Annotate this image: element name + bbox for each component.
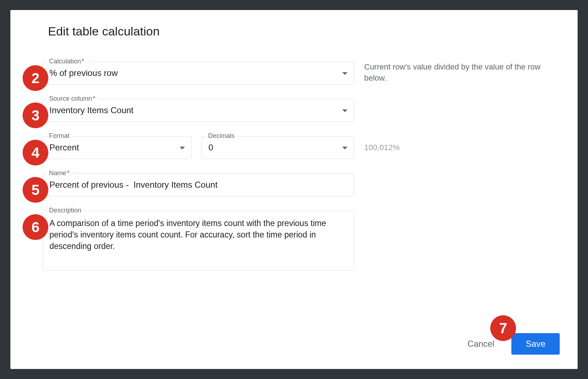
decimals-value: 0 [208, 143, 213, 153]
annotation-badge-6: 6 [23, 214, 48, 240]
name-input[interactable] [43, 173, 354, 196]
annotation-badge-4: 4 [23, 140, 48, 165]
annotation-badge-3: 3 [23, 102, 48, 128]
name-label-text: Name [49, 169, 66, 177]
chevron-down-icon [342, 143, 348, 153]
format-preview: 100,012% [364, 143, 400, 152]
calculation-select[interactable]: % of previous row [43, 62, 354, 85]
annotation-badge-7: 7 [490, 315, 516, 341]
dialog-title: Edit table calculation [48, 24, 560, 38]
required-star: * [82, 58, 84, 65]
required-star: * [67, 169, 69, 177]
calculation-helper-text: Current row's value divided by the value… [364, 62, 560, 84]
edit-calculation-dialog: Edit table calculation 2 Calculation* % … [10, 10, 578, 369]
description-label: Description [47, 207, 83, 214]
calculation-value: % of previous row [49, 68, 118, 78]
source-column-value: Inventory Items Count [49, 105, 134, 115]
decimals-label: Decimals [206, 132, 237, 140]
annotation-badge-2: 2 [23, 65, 48, 91]
calculation-label: Calculation* [47, 58, 86, 65]
source-column-label: Source column* [47, 95, 97, 102]
chevron-down-icon [179, 143, 185, 153]
required-star: * [93, 95, 95, 102]
source-column-label-text: Source column [49, 95, 92, 102]
format-value: Percent [49, 143, 79, 153]
annotation-badge-5: 5 [23, 177, 48, 203]
save-button[interactable]: Save [511, 333, 560, 355]
format-label: Format [47, 132, 72, 140]
chevron-down-icon [342, 105, 348, 115]
chevron-down-icon [342, 68, 348, 78]
name-label: Name* [47, 169, 72, 177]
calculation-label-text: Calculation [49, 58, 81, 65]
description-textarea[interactable] [43, 211, 354, 270]
